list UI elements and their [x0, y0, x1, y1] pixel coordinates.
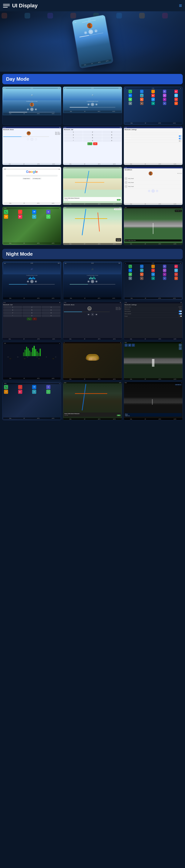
btm-apts[interactable]: APTS: [37, 163, 39, 164]
n-app-maps[interactable]: 📍: [151, 265, 155, 268]
map-auto[interactable]: AUTO: [113, 204, 115, 205]
ag-apts[interactable]: APTS: [158, 123, 161, 124]
day-play-1[interactable]: ⏸: [30, 107, 34, 111]
n-app-more1[interactable]: ●: [129, 269, 132, 272]
n-app-more3[interactable]: ●: [151, 269, 155, 272]
nla-bt[interactable]: BT: [24, 418, 25, 419]
n-app-more2[interactable]: ●: [140, 269, 143, 272]
cp-auto[interactable]: AUTO: [174, 243, 176, 245]
night-play-2[interactable]: ⏸: [91, 280, 94, 283]
n-la-maps[interactable]: 🗺: [32, 385, 36, 389]
btc-apts[interactable]: APTS: [98, 163, 100, 164]
day-play-2[interactable]: ⏸: [91, 103, 94, 106]
app-spotify[interactable]: ●: [32, 215, 36, 219]
cp-apts[interactable]: APTS: [159, 243, 161, 245]
d2-apts[interactable]: APTS: [98, 111, 100, 112]
night-play-1[interactable]: ⏸: [30, 280, 34, 283]
app-icon-more10[interactable]: ●: [151, 102, 155, 105]
btc-bt[interactable]: BT: [84, 163, 85, 164]
nbtm-apts[interactable]: APTS: [98, 338, 100, 340]
n-la-phone[interactable]: 📞: [4, 385, 8, 389]
n-num-8[interactable]: 8: [23, 312, 41, 314]
nm2-dial[interactable]: DIAL: [70, 298, 72, 299]
gps-bt[interactable]: BT: [84, 243, 85, 245]
n-app-more4[interactable]: ●: [163, 269, 166, 272]
n-app-more11[interactable]: ●: [129, 277, 132, 280]
nbtm-dial[interactable]: DIAL: [70, 338, 72, 340]
night-next-2[interactable]: ⏭: [95, 280, 98, 283]
d2-auto[interactable]: AUTO: [112, 111, 115, 112]
auto-answer-toggle[interactable]: [179, 135, 182, 137]
nfd-dial[interactable]: DIAL: [70, 379, 72, 380]
eq-btn-4[interactable]: EQ4: [52, 358, 54, 359]
n-power-toggle[interactable]: [179, 315, 182, 317]
n-num-4[interactable]: 4: [3, 309, 22, 311]
g-apts[interactable]: APTS: [37, 203, 39, 204]
n-num-star[interactable]: *: [3, 314, 22, 317]
app-icon-more1[interactable]: ●: [163, 94, 166, 97]
n-app-more8[interactable]: ●: [151, 273, 155, 276]
night-prev-1[interactable]: ⏮: [27, 280, 29, 283]
n-app-phone[interactable]: 📞: [129, 265, 132, 268]
num-1[interactable]: 1: [64, 131, 83, 133]
map-dial[interactable]: DIAL: [70, 204, 72, 205]
n-app-more9[interactable]: ●: [163, 273, 166, 276]
nla-auto[interactable]: AUTO: [52, 418, 54, 419]
track-item-3[interactable]: 华东_31.mp3: [125, 185, 182, 189]
day-next-2[interactable]: ⏭: [95, 103, 98, 105]
end-call-btn[interactable]: ✕: [93, 142, 98, 145]
hero-play-btn[interactable]: ⏸: [88, 29, 94, 34]
day-prev-2[interactable]: ⏮: [87, 103, 90, 105]
n-app-more10[interactable]: ●: [175, 273, 178, 276]
google-search-bar[interactable]: [6, 175, 58, 177]
google-lucky-btn[interactable]: I'm Feeling Lucky: [32, 178, 42, 180]
neq-dial[interactable]: DIAL: [9, 378, 11, 379]
power-toggle[interactable]: [179, 140, 182, 142]
nmap-apts[interactable]: APTS: [98, 418, 100, 420]
ncp-dial[interactable]: DIAL: [130, 418, 132, 420]
n-app-bt[interactable]: BT: [175, 265, 178, 268]
nbtm-play[interactable]: ⏸: [91, 313, 94, 316]
app-icon-bt[interactable]: BT: [129, 94, 132, 97]
nag-bt[interactable]: BT: [145, 298, 146, 299]
app-icon-more4[interactable]: ●: [140, 98, 143, 101]
auto-connect-toggle[interactable]: [179, 138, 182, 139]
n-app-music[interactable]: ♪: [140, 265, 143, 268]
n-app-more13[interactable]: ●: [151, 277, 155, 280]
n-num-7[interactable]: 7: [3, 312, 22, 314]
app-icon-youtube[interactable]: ▶: [151, 94, 155, 97]
bts-dial[interactable]: DIAL: [130, 163, 132, 164]
n-num-1[interactable]: 1: [3, 306, 22, 308]
day-prev-1[interactable]: ⏮: [27, 108, 29, 111]
ncp-auto[interactable]: AUTO: [174, 418, 176, 420]
app-icon-phone[interactable]: 📞: [129, 90, 132, 93]
sm-auto[interactable]: AUTO: [174, 204, 176, 205]
sm-dial[interactable]: DIAL: [130, 204, 132, 205]
btm-dial[interactable]: DIAL: [9, 163, 11, 164]
nm2-apts[interactable]: APTS: [98, 298, 100, 299]
app-icon-more7[interactable]: ●: [175, 98, 178, 101]
night-prev-2[interactable]: ⏮: [87, 280, 90, 283]
nmap-bt[interactable]: BT: [84, 418, 85, 420]
ag-auto[interactable]: AUTO: [173, 123, 176, 124]
app-icon-more5[interactable]: ●: [151, 98, 155, 101]
n-num-2[interactable]: 2: [23, 306, 41, 308]
d2-bt[interactable]: BT: [84, 111, 85, 112]
nmap-auto[interactable]: AUTO: [113, 418, 115, 420]
app-icon-waze[interactable]: 🚗: [140, 94, 143, 97]
sm-next[interactable]: ⏭: [156, 190, 158, 192]
map-bt[interactable]: BT: [84, 204, 85, 205]
nla-apts[interactable]: APTS: [37, 418, 39, 419]
np-play[interactable]: ▶: [118, 240, 119, 241]
n-app-more5[interactable]: ●: [175, 269, 178, 272]
app-phone[interactable]: 📞: [4, 210, 8, 214]
num-8[interactable]: 8: [83, 136, 102, 139]
app-icon-music[interactable]: ♪: [140, 90, 143, 93]
app-icon-more8[interactable]: ●: [129, 102, 132, 105]
g-auto[interactable]: AUTO: [52, 203, 54, 204]
app-icon-more6[interactable]: ●: [163, 98, 166, 101]
btm-bt[interactable]: BT: [23, 163, 25, 164]
num-2[interactable]: 2: [83, 131, 102, 133]
gps-dial[interactable]: DIAL: [70, 243, 72, 245]
np-next[interactable]: ⏭: [119, 240, 120, 241]
